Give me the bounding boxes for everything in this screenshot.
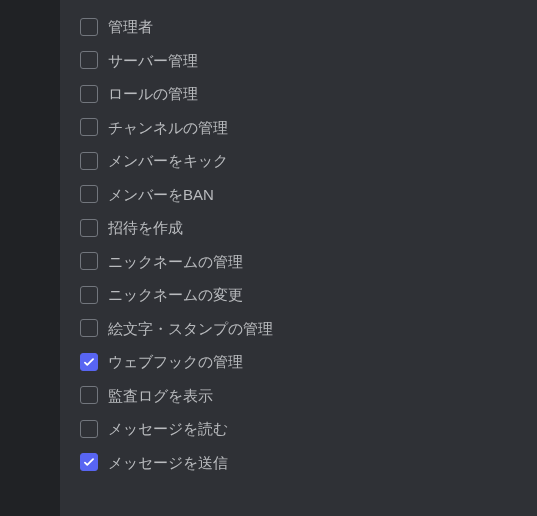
checkbox[interactable] — [80, 252, 98, 270]
permission-item[interactable]: チャンネルの管理 — [80, 111, 537, 145]
permission-label: 監査ログを表示 — [108, 386, 213, 406]
permission-label: ロールの管理 — [108, 84, 198, 104]
permission-item[interactable]: ロールの管理 — [80, 77, 537, 111]
permission-label: メッセージを送信 — [108, 453, 228, 473]
permission-item[interactable]: ウェブフックの管理 — [80, 345, 537, 379]
permission-label: ニックネームの変更 — [108, 285, 243, 305]
checkbox[interactable] — [80, 420, 98, 438]
permission-item[interactable]: 管理者 — [80, 10, 537, 44]
permission-item[interactable]: 監査ログを表示 — [80, 379, 537, 413]
checkbox[interactable] — [80, 319, 98, 337]
permission-label: チャンネルの管理 — [108, 118, 228, 138]
checkbox[interactable] — [80, 353, 98, 371]
permission-label: メッセージを読む — [108, 419, 228, 439]
checkbox[interactable] — [80, 453, 98, 471]
permission-label: 管理者 — [108, 17, 153, 37]
checkbox[interactable] — [80, 185, 98, 203]
permission-item[interactable]: メンバーをキック — [80, 144, 537, 178]
permission-label: サーバー管理 — [108, 51, 198, 71]
checkbox[interactable] — [80, 286, 98, 304]
permission-item[interactable]: サーバー管理 — [80, 44, 537, 78]
permission-label: 絵文字・スタンプの管理 — [108, 319, 273, 339]
permission-label: メンバーをBAN — [108, 185, 214, 205]
checkbox[interactable] — [80, 219, 98, 237]
checkbox[interactable] — [80, 18, 98, 36]
check-icon — [82, 455, 96, 469]
permission-item[interactable]: メッセージを読む — [80, 412, 537, 446]
permission-list: 管理者 サーバー管理 ロールの管理 チャンネルの管理 メンバーをキック メンバー… — [80, 10, 537, 479]
permission-label: メンバーをキック — [108, 151, 228, 171]
permission-item[interactable]: メンバーをBAN — [80, 178, 537, 212]
check-icon — [82, 355, 96, 369]
permission-item[interactable]: 招待を作成 — [80, 211, 537, 245]
permission-label: 招待を作成 — [108, 218, 183, 238]
checkbox[interactable] — [80, 152, 98, 170]
permission-item[interactable]: 絵文字・スタンプの管理 — [80, 312, 537, 346]
permission-item[interactable]: ニックネームの変更 — [80, 278, 537, 312]
permission-item[interactable]: ニックネームの管理 — [80, 245, 537, 279]
checkbox[interactable] — [80, 386, 98, 404]
checkbox[interactable] — [80, 85, 98, 103]
permission-item[interactable]: メッセージを送信 — [80, 446, 537, 480]
checkbox[interactable] — [80, 51, 98, 69]
checkbox[interactable] — [80, 118, 98, 136]
permission-label: ウェブフックの管理 — [108, 352, 243, 372]
permission-label: ニックネームの管理 — [108, 252, 243, 272]
